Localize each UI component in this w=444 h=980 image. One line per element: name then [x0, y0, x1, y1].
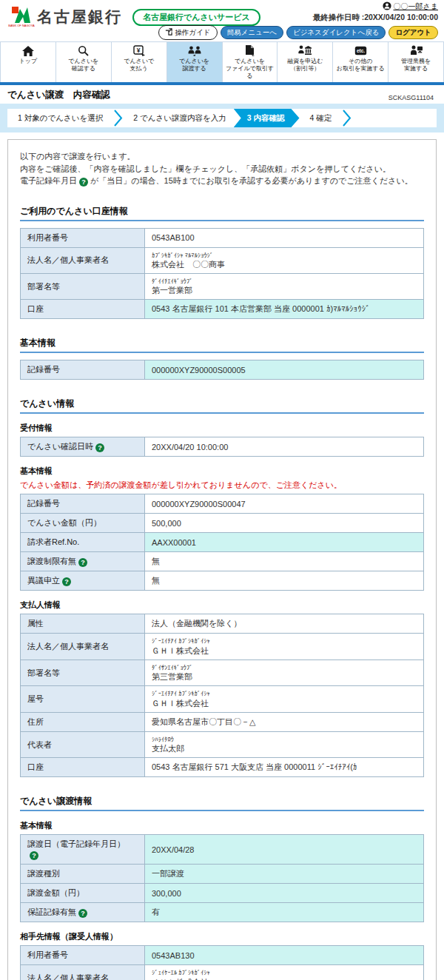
row-value: 500,000 [145, 514, 424, 533]
subsection-heading: 基本情報 [20, 820, 424, 831]
table-row: 部署名等ﾀﾞｲｻﾝｴｲｷﾞｮｳﾌﾞ第三営業部 [21, 660, 424, 685]
row-value: ｼﾞｰｴｲﾁｱｲ ｶﾌﾞｼｷｶﾞｲｼｬＧＨＩ株式会社 [145, 686, 424, 712]
section-heading: 基本情報 [20, 337, 424, 353]
row-label: 部署名等 [21, 273, 145, 299]
row-value: AAXX00001 [145, 533, 424, 552]
table-row: 譲渡金額（円）300,000 [21, 884, 424, 903]
row-value: ｼﾞｪｲｹｰｴﾙ ｶﾌﾞｼｷｶﾞｲｼｬＪＫＬ株式会社 [145, 965, 424, 980]
table-row: 譲渡種別一部譲渡 [21, 865, 424, 884]
nav-tab-2[interactable]: でんさいを確認する [56, 42, 112, 82]
logout-button[interactable]: ログアウト [388, 26, 438, 39]
table-row: 異議申立無 [21, 571, 424, 591]
detail-sections: ご利用のでんさい口座情報利用者番号0543AB100法人名／個人事業者名ｶﾌﾞｼ… [20, 205, 424, 980]
row-value: ﾀﾞｲｻﾝｴｲｷﾞｮｳﾌﾞ第三営業部 [145, 660, 424, 685]
subsection-heading: 支払人情報 [20, 600, 424, 611]
table-row: 譲渡制限有無無 [21, 552, 424, 571]
nav-tab-label: トップ [19, 58, 38, 65]
row-label: 法人名／個人事業者名 [21, 247, 145, 273]
step-band: 1 対象のでんさいを選択2 でんさい譲渡内容を入力3 内容確認4 確定 [0, 104, 444, 132]
simple-menu-button[interactable]: 簡易メニューへ [221, 26, 283, 39]
row-label: 利用者番号 [21, 946, 145, 965]
business-direct-button[interactable]: ビジネスダイレクトへ戻る [286, 26, 386, 39]
nav-tab-7[interactable]: etc.その他のお取引を実施する [333, 42, 388, 82]
help-icon[interactable] [95, 443, 104, 452]
detail-table: 譲渡日（電子記録年月日）20XX/04/28譲渡種別一部譲渡譲渡金額（円）300… [20, 834, 424, 922]
row-label: 利用者番号 [21, 228, 145, 247]
screen-id: SCKASG11104 [388, 94, 434, 101]
section-heading: ご利用のでんさい口座情報 [20, 205, 424, 221]
step-2: 2 でんさい譲渡内容を入力 [123, 109, 237, 127]
section-heading: でんさい情報 [20, 397, 424, 414]
table-row: 保証記録有無有 [21, 903, 424, 922]
user-name-link[interactable]: 〇〇一郎さま [394, 1, 438, 12]
row-label: 住所 [21, 712, 145, 731]
admin-icon [410, 45, 423, 56]
row-value: 20XX/04/28 [145, 835, 424, 865]
svg-text:¥: ¥ [136, 47, 140, 54]
step-1: 1 対象のでんさいを選択 [7, 109, 113, 127]
etc-icon: etc. [354, 45, 367, 56]
nav-tab-4[interactable]: でんさいを譲渡する [167, 42, 223, 82]
step-indicator: 1 対象のでんさいを選択2 でんさい譲渡内容を入力3 内容確認4 確定 [7, 109, 437, 127]
row-label: 異議申立 [21, 571, 145, 591]
nav-tab-6[interactable]: 融資を申込む（割引等） [278, 42, 333, 82]
row-label: 譲渡日（電子記録年月日） [21, 835, 145, 865]
nav-tab-label: 融資を申込む（割引等） [287, 58, 323, 73]
table-row: 利用者番号0543AB100 [21, 228, 424, 247]
nav-tab-8[interactable]: 管理業務を実施する [388, 42, 444, 82]
help-icon[interactable] [30, 851, 38, 860]
row-value: 無 [145, 571, 424, 591]
row-label: 法人名／個人事業者名 [21, 634, 145, 660]
intro-text: 以下の内容で譲渡を行います。 内容をご確認後、「内容を確認しました」欄をチェック… [20, 150, 424, 187]
table-row: 利用者番号0543AB130 [21, 946, 424, 965]
guide-button[interactable]: 操作ガイド [158, 25, 217, 40]
row-value: 20XX/04/20 10:00:00 [145, 437, 424, 457]
table-row: 請求者Ref.No.AAXX00001 [21, 533, 424, 552]
table-row: でんさい確認日時20XX/04/20 10:00:00 [21, 437, 424, 457]
row-value: 0543 名古屋銀行 101 本店営業部 当座 0000001 ｶ)ﾏﾙﾏﾙｼｮ… [145, 300, 424, 319]
nav-tab-label: 管理業務を実施する [401, 58, 431, 73]
bank-logo-icon: BANK OF NAGOYA [12, 6, 31, 28]
help-icon[interactable] [79, 178, 88, 187]
row-label: 譲渡種別 [21, 865, 145, 884]
detail-table: 利用者番号0543AB100法人名／個人事業者名ｶﾌﾞｼｷｶﾞｲｼｬ ﾏﾙﾏﾙｼ… [20, 228, 424, 320]
row-value: ｼﾊﾗｲﾀﾛｳ支払太郎 [145, 731, 424, 757]
row-label: 記録番号 [21, 360, 145, 380]
row-value: 0543 名古屋銀行 571 大阪支店 当座 0000011 ｼﾞｰｴｲﾁｱｲ(… [145, 758, 424, 777]
nav-tab-label: その他のお取引を実施する [337, 58, 385, 73]
loan-icon [298, 45, 312, 56]
nav-tab-label: でんさいを譲渡する [179, 58, 209, 73]
subsection-heading: 基本情報 [20, 466, 424, 477]
section-heading: でんさい譲渡情報 [20, 795, 424, 811]
row-label: 請求者Ref.No. [21, 533, 145, 552]
step-3: 3 内容確認 [234, 109, 300, 127]
row-label: 口座 [21, 300, 145, 319]
search-icon [78, 45, 89, 56]
table-row: 法人名／個人事業者名ｶﾌﾞｼｷｶﾞｲｼｬ ﾏﾙﾏﾙｼｮｳｼﾞ株式会社 〇〇商事 [21, 247, 424, 273]
table-row: 代表者ｼﾊﾗｲﾀﾛｳ支払太郎 [21, 731, 424, 757]
file-icon [245, 45, 255, 56]
intro-line1: 以下の内容で譲渡を行います。 [20, 150, 424, 163]
help-icon[interactable] [62, 577, 71, 586]
page-title: でんさい譲渡 内容確認 [7, 89, 110, 101]
nav-tab-1[interactable]: トップ [0, 42, 56, 82]
home-icon [22, 45, 34, 56]
row-value: 一部譲渡 [145, 865, 424, 884]
table-row: 記録番号000000XYZ90000S00005 [21, 360, 424, 380]
yen-icon: ¥ [133, 45, 145, 56]
detail-table: 記録番号000000XYZ90000S00047でんさい金額（円）500,000… [20, 494, 424, 591]
row-label: でんさい確認日時 [21, 437, 145, 457]
table-row: でんさい金額（円）500,000 [21, 514, 424, 533]
nav-tab-5[interactable]: でんさいをファイルで取引する [223, 42, 278, 82]
bank-name: 名古屋銀行 [37, 7, 122, 27]
table-row: 属性法人（金融機関を除く） [21, 614, 424, 634]
subsection-heading: 相手先情報（譲受人情報） [20, 931, 424, 942]
nav-tab-3[interactable]: ¥でんさいで支払う [112, 42, 167, 82]
row-label: 譲渡制限有無 [21, 552, 145, 571]
help-icon[interactable] [78, 558, 87, 567]
external-link-icon [165, 28, 172, 37]
nav-tab-label: でんさいをファイルで取引する [223, 58, 277, 80]
people-icon [188, 45, 201, 56]
help-icon[interactable] [78, 909, 87, 918]
detail-table: でんさい確認日時20XX/04/20 10:00:00 [20, 437, 424, 457]
